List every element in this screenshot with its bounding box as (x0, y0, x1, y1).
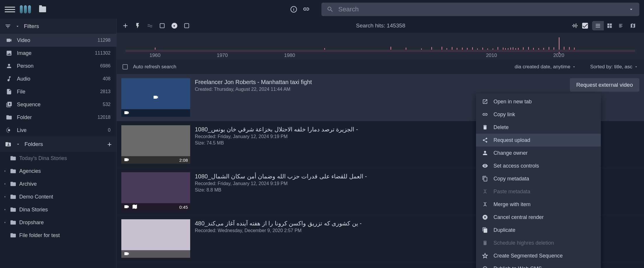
ctx-copy-metadata[interactable]: Copy metadata (476, 172, 601, 185)
ctx-create-segmented-sequence[interactable]: Create Segmented Sequence (476, 249, 601, 262)
ctx-cancel-central-render[interactable]: Cancel central render (476, 211, 601, 224)
videocam-icon (124, 157, 130, 163)
grid-view-button[interactable] (604, 21, 615, 30)
waveform-icon[interactable] (571, 22, 578, 29)
compact-view-button[interactable] (615, 21, 627, 30)
svg-rect-1 (160, 24, 164, 28)
ctx-label: Merge with item (494, 201, 531, 208)
merge-icon (482, 201, 488, 208)
filter-sequence[interactable]: Sequence 532 (0, 98, 116, 111)
filter-count: 408 (103, 76, 111, 81)
folder-label: Today's Dina Stories (19, 155, 111, 161)
ctx-duplicate[interactable]: Duplicate (476, 224, 601, 236)
folder-item[interactable]: File folder for test (0, 229, 116, 242)
check-icon[interactable] (582, 22, 589, 29)
open-icon (482, 98, 488, 105)
filter-person[interactable]: Person 6986 (0, 60, 116, 72)
ctx-request-upload[interactable]: Request upload (476, 134, 601, 147)
auto-refresh-checkbox[interactable] (123, 64, 128, 69)
hamburger-menu-icon[interactable] (5, 4, 15, 15)
folder-icon (6, 114, 12, 121)
shared-folder-icon (5, 141, 12, 147)
item-created: Created: Thursday, August 22, 2024 11:44… (195, 87, 565, 92)
square2-icon[interactable] (183, 22, 190, 29)
ctx-delete[interactable]: Delete (476, 121, 601, 134)
filter-image[interactable]: Image 111302 (0, 47, 116, 60)
link-icon[interactable] (303, 6, 310, 13)
ctx-open-in-new-tab[interactable]: Open in new tab (476, 95, 601, 108)
ctx-label: Change owner (494, 150, 528, 156)
ctx-publish-to-web-cms[interactable]: Publish to Web CMS (476, 262, 601, 268)
request-video-button[interactable]: Request external video (570, 78, 639, 92)
folder-icon (10, 181, 16, 187)
filter-video[interactable]: Video 11298 (0, 34, 116, 47)
image-icon (6, 50, 12, 56)
ctx-change-owner[interactable]: Change owner (476, 147, 601, 159)
map-view-button[interactable] (627, 21, 639, 30)
chevron-down-icon (15, 24, 20, 29)
ctx-label: Set access controls (494, 163, 539, 169)
folder-icon[interactable] (39, 6, 46, 12)
folder-item[interactable]: Dropshare (0, 216, 116, 229)
link-icon (482, 111, 488, 118)
circle-arrow-icon[interactable] (171, 22, 178, 29)
file-icon (6, 88, 12, 95)
search-bar (321, 3, 639, 16)
filter-live[interactable]: Live 0 (0, 124, 116, 137)
thumbnail[interactable]: 2:08 (121, 125, 190, 164)
sequence-icon (6, 101, 12, 108)
timeline[interactable]: 19601970198020102020 (117, 33, 644, 60)
folder-item[interactable]: Dina Stories (0, 203, 116, 216)
folder-item[interactable]: Agencies (0, 165, 116, 177)
add-button[interactable] (122, 22, 129, 29)
thumbnail[interactable] (121, 78, 190, 117)
search-dropdown-icon[interactable] (628, 6, 634, 12)
filter-count: 6986 (100, 63, 111, 69)
ctx-copy-link[interactable]: Copy link (476, 108, 601, 121)
filter-label: Audio (17, 76, 98, 82)
copy-icon (482, 175, 488, 182)
add-folder-button[interactable]: + (107, 140, 112, 149)
filter-label: Live (17, 127, 103, 133)
video-icon (6, 37, 12, 43)
thumbnail[interactable] (121, 219, 190, 258)
filter-label: Person (17, 63, 95, 69)
date-filter-dropdown[interactable]: dia created date, anytime (515, 64, 576, 70)
square-icon[interactable] (159, 22, 166, 29)
timeline-label: 2020 (553, 53, 564, 58)
search-hits-label: Search hits: 145358 (195, 22, 566, 29)
ctx-set-access-controls[interactable]: Set access controls (476, 159, 601, 172)
ctx-merge-with-item[interactable]: Merge with item (476, 198, 601, 211)
folders-header[interactable]: Folders + (0, 137, 116, 152)
chevron-right-icon (3, 208, 7, 211)
person-icon (6, 63, 12, 69)
filters-header[interactable]: Filters (0, 19, 116, 34)
duration-label: 0:45 (179, 205, 188, 210)
folder-label: Dina Stories (19, 207, 111, 213)
timeline-label: 1980 (284, 53, 295, 58)
live-icon (6, 127, 12, 133)
filter-folder[interactable]: Folder 12018 (0, 111, 116, 124)
filter-label: Image (17, 50, 90, 56)
sidebar: Filters Video 11298 Image 111302 Person … (0, 19, 117, 268)
filter-audio[interactable]: Audio 408 (0, 72, 116, 85)
folder-item[interactable]: Archive (0, 177, 116, 190)
content-area: Search hits: 145358 19601970198020102020 (117, 19, 644, 268)
timeline-label: 1960 (149, 53, 160, 58)
folder-item[interactable]: Demo Content (0, 190, 116, 203)
duration-label: 2:08 (179, 158, 188, 163)
svg-point-0 (8, 129, 10, 131)
folder-item[interactable]: Today's Dina Stories (0, 152, 116, 165)
chevron-right-icon (3, 221, 7, 224)
list-view-button[interactable] (592, 21, 604, 30)
ctx-label: Duplicate (494, 227, 515, 233)
info-icon[interactable]: i (290, 6, 297, 13)
ctx-label: Cancel central render (494, 214, 544, 220)
bolt-icon[interactable] (134, 22, 141, 29)
sort-dropdown[interactable]: Sorted by: title, asc (590, 64, 638, 70)
thumbnail[interactable]: 0:45 (121, 172, 190, 211)
search-input[interactable] (338, 6, 624, 13)
approx-icon[interactable] (146, 22, 153, 29)
filter-file[interactable]: File 2813 (0, 85, 116, 98)
app-logo[interactable] (20, 5, 34, 13)
